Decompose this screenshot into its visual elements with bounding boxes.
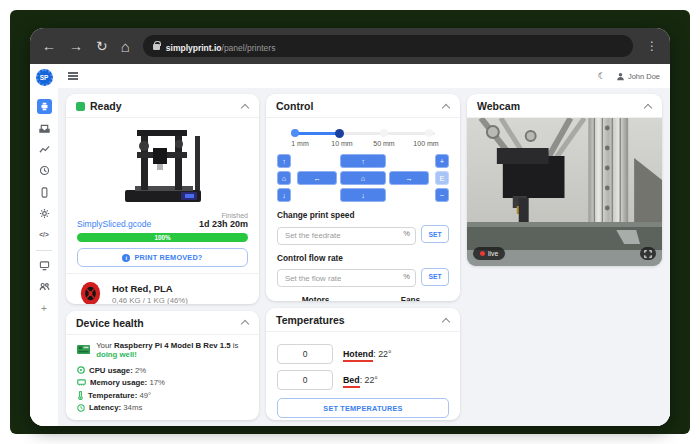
stat-latency: Latency: 34ms: [77, 403, 248, 412]
feedrate-input[interactable]: [277, 227, 416, 245]
simplyprint-logo[interactable]: SP: [36, 69, 53, 86]
progress-bar: 100%: [77, 233, 248, 242]
sidebar-item-print-jobs[interactable]: [37, 121, 52, 136]
flow-section-label: Control flow rate: [277, 253, 449, 263]
sidebar-item-printers[interactable]: [37, 99, 52, 114]
desktop-background: ← → ↻ ⌂ simplyprint.io/panel/printers ⋮ …: [10, 10, 690, 434]
sidebar-item-add[interactable]: +: [37, 301, 52, 316]
set-flowrate-button[interactable]: SET: [421, 268, 449, 286]
browser-window: ← → ↻ ⌂ simplyprint.io/panel/printers ⋮ …: [30, 28, 670, 426]
sidebar-item-settings[interactable]: [37, 206, 52, 221]
raspberry-pi-icon: [77, 344, 90, 355]
gcode-file-link[interactable]: SimplySliced.gcode: [77, 219, 151, 229]
jog-x-plus-button[interactable]: →: [389, 171, 429, 185]
jog-z-minus-button[interactable]: ↓: [340, 188, 386, 202]
printer-status-title: Ready: [90, 100, 122, 112]
dark-mode-icon[interactable]: ☾: [598, 71, 606, 81]
distance-stop-10mm-selected[interactable]: [335, 129, 344, 138]
sidebar-divider: [36, 250, 52, 251]
device-status: doing well!: [96, 350, 137, 359]
sidebar-item-screens[interactable]: [37, 258, 52, 273]
distance-slider[interactable]: [287, 128, 439, 138]
collapse-icon[interactable]: [242, 319, 249, 326]
browser-menu-icon[interactable]: ⋮: [646, 39, 658, 53]
bed-temp-input[interactable]: [277, 370, 333, 390]
home-icon: ⌂: [282, 174, 287, 183]
print-removed-button[interactable]: i PRINT REMOVED?: [77, 248, 248, 267]
temperatures-card: Temperatures Hotend: 22° Bed: [266, 308, 460, 420]
bed-current-temp: Bed: 22°: [343, 375, 378, 385]
motors-label: Motors: [277, 295, 354, 301]
sidebar-item-analytics[interactable]: [37, 142, 52, 157]
reload-icon[interactable]: ↻: [96, 39, 108, 53]
main-content: Ready: [58, 88, 670, 426]
home-y-button[interactable]: ⌂: [277, 171, 291, 185]
stat-cpu: CPU usage: 2%: [77, 366, 248, 375]
printer-status-card: Ready: [66, 94, 259, 304]
home-all-button[interactable]: ⌂: [340, 171, 386, 185]
set-temperatures-button[interactable]: SET TEMPERATURES: [277, 398, 449, 418]
fans-label: Fans: [372, 295, 449, 301]
device-health-title: Device health: [76, 317, 144, 329]
url-host: simplyprint.io: [166, 43, 222, 53]
thermometer-icon: [77, 391, 84, 400]
collapse-icon[interactable]: [443, 317, 450, 324]
extrude-plus-button[interactable]: +: [435, 154, 449, 168]
webcam-card: Webcam: [467, 94, 662, 266]
live-dot-icon: [480, 251, 485, 256]
collapse-icon[interactable]: [645, 103, 652, 110]
cpu-icon: [77, 366, 85, 374]
flowrate-input[interactable]: [277, 269, 416, 287]
latency-clock-icon: [77, 404, 85, 412]
device-name: Raspberry Pi 4 Model B Rev 1.5: [114, 341, 231, 350]
live-badge: live: [473, 247, 505, 260]
sidebar: SP </>: [30, 64, 58, 426]
address-bar[interactable]: simplyprint.io/panel/printers: [143, 35, 633, 57]
sidebar-item-filament[interactable]: [37, 185, 52, 200]
print-duration: 1d 23h 20m: [199, 219, 248, 229]
menu-icon[interactable]: [68, 71, 78, 82]
set-feedrate-button[interactable]: SET: [421, 225, 449, 243]
lock-icon: [153, 44, 160, 50]
arrow-down-icon: ↓: [282, 191, 286, 200]
user-menu[interactable]: John Doe: [616, 72, 660, 81]
arrow-up-icon: ↑: [282, 157, 286, 166]
sidebar-item-history[interactable]: [37, 163, 52, 178]
filament-spool-icon: [77, 280, 104, 304]
extrude-minus-button[interactable]: −: [435, 188, 449, 202]
distance-stop-1mm[interactable]: [291, 129, 299, 137]
back-icon[interactable]: ←: [42, 39, 56, 53]
hotend-temp-input[interactable]: [277, 344, 333, 364]
status-dot: [76, 102, 85, 111]
extruder-button[interactable]: E: [435, 171, 449, 185]
webcam-feed: live: [467, 118, 662, 266]
hotend-current-temp: Hotend: 22°: [343, 349, 392, 359]
memory-icon: [77, 379, 86, 386]
webcam-title: Webcam: [477, 100, 520, 112]
sidebar-item-users[interactable]: [37, 279, 52, 294]
arrow-up-icon: ↑: [361, 157, 365, 166]
collapse-icon[interactable]: [443, 103, 450, 110]
jog-pad: ↑ ⌂ ↓ ← ↑ ⌂ ↓: [277, 154, 449, 202]
forward-icon[interactable]: →: [69, 39, 83, 53]
jog-x-minus-button[interactable]: ←: [297, 171, 337, 185]
percent-suffix: %: [403, 229, 410, 238]
app-header: ☾ John Doe: [58, 64, 670, 88]
arrow-left-icon: ←: [313, 174, 321, 183]
fullscreen-button[interactable]: [640, 247, 656, 260]
info-icon: i: [122, 254, 130, 262]
finished-label: Finished: [199, 212, 248, 219]
sidebar-item-api-code[interactable]: </>: [37, 227, 52, 242]
collapse-icon[interactable]: [242, 103, 249, 110]
jog-y-plus-button[interactable]: ↑: [277, 154, 291, 168]
filament-name: Hot Red, PLA: [112, 283, 188, 294]
speed-section-label: Change print speed: [277, 210, 449, 220]
jog-z-plus-button[interactable]: ↑: [340, 154, 386, 168]
home-icon[interactable]: ⌂: [121, 39, 130, 54]
jog-y-minus-button[interactable]: ↓: [277, 188, 291, 202]
distance-stop-50mm[interactable]: [380, 129, 388, 137]
progress-value: 100%: [154, 234, 170, 241]
distance-stop-100mm[interactable]: [425, 129, 433, 137]
device-summary: Your Raspberry Pi 4 Model B Rev 1.5 is d…: [77, 341, 248, 359]
percent-suffix: %: [403, 272, 410, 281]
